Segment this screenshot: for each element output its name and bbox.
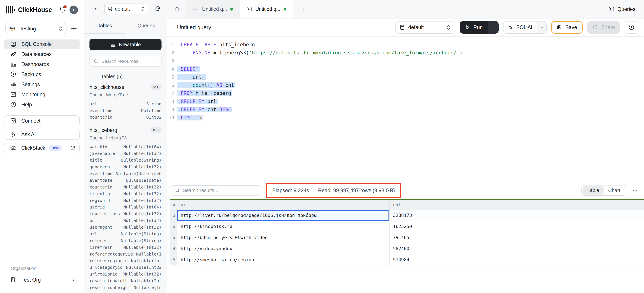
code-line[interactable]: 10LIMIT·5 xyxy=(167,114,644,122)
sidebar-item-backups[interactable]: Backups xyxy=(4,70,80,79)
column-row: counterclassNullable(Int32) xyxy=(90,210,162,217)
save-icon xyxy=(557,25,562,30)
result-rows: 1http://liver.ru/belgorod/page/1006.jки/… xyxy=(170,210,644,265)
toggle-chart[interactable]: Chart xyxy=(604,186,625,195)
url-cell[interactable]: http://liver.ru/belgorod/page/1006.jки/д… xyxy=(177,210,390,221)
table-name[interactable]: hits_clickhouse xyxy=(90,84,124,90)
aws-logo-icon: aws xyxy=(9,26,16,32)
sidebar-item-help[interactable]: Help xyxy=(4,100,80,109)
avatar[interactable]: DT xyxy=(70,6,78,14)
column-row: clientipNullable(Int32) xyxy=(90,190,162,197)
code-line[interactable]: 9ORDER·BY·cnt·DESC xyxy=(167,106,644,114)
org-name: Test Org xyxy=(21,277,41,283)
clickstack-icon xyxy=(10,145,16,151)
resources-panel: default Tables Queries New table Tables … xyxy=(84,0,167,293)
save-button[interactable]: Save xyxy=(551,21,583,34)
elapsed-stat: Elapsed: 9.224s xyxy=(272,187,309,193)
table-row[interactable]: 2http://kinopoisk.ru1625250 xyxy=(170,221,644,232)
query-tab-1[interactable]: Untitled q... xyxy=(186,0,240,18)
query-title[interactable]: Untitled query xyxy=(177,24,211,31)
ask-ai-button[interactable]: Ask AI xyxy=(4,129,80,140)
run-button[interactable]: Run xyxy=(460,21,498,34)
connect-button[interactable]: Connect xyxy=(4,115,80,126)
code-line[interactable]: 6····count()·AS·cnt xyxy=(167,81,644,89)
column-row: useridNullable(Int64) xyxy=(90,204,162,210)
new-table-button[interactable]: New table xyxy=(90,39,162,50)
tab-queries[interactable]: Queries xyxy=(126,18,167,33)
table-row[interactable]: 5http://smeshariki.ru/region514984 xyxy=(170,254,644,265)
tab-tables[interactable]: Tables xyxy=(84,18,126,33)
toggle-table[interactable]: Table xyxy=(583,186,604,195)
database-select[interactable]: default xyxy=(395,21,455,34)
code-line[interactable]: 1CREATE TABLE hits_iceberg xyxy=(167,41,644,49)
query-tabstrip: Untitled q... Untitled q... Queries xyxy=(167,0,644,19)
column-row: counteridUInt32 xyxy=(90,114,162,121)
url-cell[interactable]: http://kinopoisk.ru xyxy=(177,221,390,232)
code-line[interactable]: 3 xyxy=(167,57,644,65)
query-tab-2[interactable]: Untitled q... xyxy=(240,0,293,18)
sidebar-item-data-sources[interactable]: Data sources xyxy=(4,50,80,59)
sidebar-item-dashboards[interactable]: Dashboards xyxy=(4,60,80,69)
queries-button[interactable]: Queries xyxy=(608,0,636,18)
table-row[interactable]: 1http://liver.ru/belgorod/page/1006.jки/… xyxy=(170,210,644,221)
workspace-select[interactable]: aws Testing xyxy=(5,23,67,34)
code-line[interactable]: 7FROM·hits_iceberg xyxy=(167,89,644,97)
database-icon xyxy=(400,25,405,30)
url-cell[interactable]: http://smeshariki.ru/region xyxy=(177,254,390,265)
line-number: 1 xyxy=(167,42,178,47)
table-row[interactable]: 4http://video.yandex582400 xyxy=(170,243,644,254)
search-results-input[interactable] xyxy=(183,187,256,193)
share-button[interactable]: Share xyxy=(587,21,620,34)
column-row: urlregionidNullable(Int32) xyxy=(90,271,162,277)
sql-ai-options-caret[interactable] xyxy=(537,22,546,33)
cnt-cell[interactable]: 3288173 xyxy=(390,210,644,221)
sidebar-item-sql-console[interactable]: SQL Console xyxy=(4,40,80,49)
column-row: watchidNullable(Int64) xyxy=(90,143,162,150)
refresh-icon[interactable] xyxy=(155,6,161,12)
query-history-button[interactable] xyxy=(625,21,638,34)
updown-chevron-icon xyxy=(59,26,63,31)
collapse-panel-icon[interactable] xyxy=(93,6,99,12)
table-name[interactable]: hits_iceberg xyxy=(90,127,117,133)
column-row: counteridNullable(Int32) xyxy=(90,184,162,190)
search-resources-input[interactable] xyxy=(102,59,158,64)
cnt-cell[interactable]: 514984 xyxy=(390,254,644,265)
code-lines: 1CREATE TABLE hits_iceberg2 ENGINE = Ice… xyxy=(167,41,644,122)
clickstack-button[interactable]: ClickStack Beta xyxy=(4,143,80,153)
resource-table[interactable]: hits_clickhouseMTEngine: MergeTreeurlStr… xyxy=(90,83,162,121)
column-row: titleNullable(String) xyxy=(90,157,162,164)
sidebar-item-settings[interactable]: Settings xyxy=(4,80,80,89)
database-select[interactable]: default xyxy=(104,4,148,14)
external-link-icon xyxy=(70,145,76,151)
sql-ai-button[interactable]: SQL AI xyxy=(503,21,547,34)
url-cell[interactable]: http://video.yandex xyxy=(177,243,390,254)
run-options-caret[interactable] xyxy=(488,21,498,34)
app-title: ClickHouse xyxy=(18,6,52,14)
logo-row: ClickHouse DT xyxy=(0,0,84,15)
code-line[interactable]: 5····url, xyxy=(167,73,644,81)
cnt-cell[interactable]: 582400 xyxy=(390,243,644,254)
home-icon[interactable] xyxy=(171,0,183,18)
new-tab-button[interactable] xyxy=(298,0,310,18)
cnt-cell[interactable]: 791465 xyxy=(390,232,644,243)
code-line[interactable]: 2 ENGINE = IcebergS3('https://datasets-d… xyxy=(167,49,644,57)
code-line[interactable]: 4SELECT xyxy=(167,65,644,73)
resource-table[interactable]: hits_icebergIS3Engine: IcebergS3watchidN… xyxy=(90,126,162,291)
code-line[interactable]: 8GROUP·BY·url xyxy=(167,97,644,105)
tables-section-header[interactable]: Tables (5) xyxy=(90,74,162,79)
url-cell[interactable]: http://bdsm_po_yers=0&with_video xyxy=(177,232,390,243)
org-switcher[interactable]: Test Org xyxy=(4,275,80,285)
add-service-button[interactable] xyxy=(69,24,79,34)
sidebar-item-monitoring[interactable]: Monitoring xyxy=(4,90,80,99)
sidebar-menu: SQL Console Data sources Dashboards Back… xyxy=(4,40,80,109)
cnt-cell[interactable]: 1625250 xyxy=(390,221,644,232)
column-row: urlNullable(String) xyxy=(90,230,162,237)
sql-editor[interactable]: 1CREATE TABLE hits_iceberg2 ENGINE = Ice… xyxy=(167,37,644,182)
search-results-field[interactable] xyxy=(171,185,260,196)
search-resources-field[interactable] xyxy=(90,56,162,67)
ellipsis-icon[interactable] xyxy=(631,187,639,194)
notifications-bell-icon[interactable] xyxy=(59,6,66,14)
engine-badge: IS3 xyxy=(150,127,162,133)
table-row[interactable]: 3http://bdsm_po_yers=0&with_video791465 xyxy=(170,232,644,243)
line-number: 5 xyxy=(167,75,178,80)
